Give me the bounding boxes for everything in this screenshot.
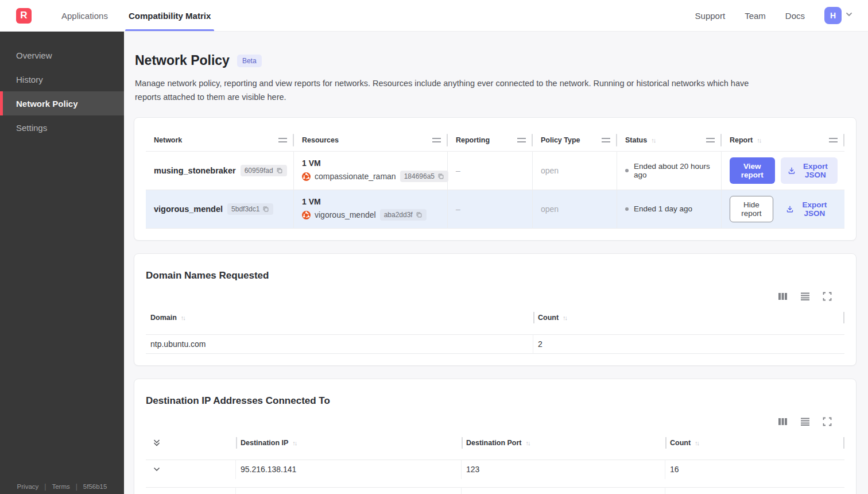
column-label: Destination IP [241, 439, 288, 447]
build-hash: 5f56b15 [83, 483, 107, 490]
status-dot-icon [625, 207, 629, 211]
column-menu-icon[interactable] [517, 138, 526, 142]
sort-icon[interactable]: ↑↓ [181, 314, 185, 321]
ubuntu-icon [302, 172, 311, 181]
vm-hash: 184696a5 [404, 172, 435, 180]
columns-icon[interactable] [778, 417, 788, 426]
column-label: Policy Type [541, 136, 580, 144]
column-header-destination-ip: Destination IP ↑↓ [236, 434, 462, 451]
column-label: Domain [150, 314, 177, 322]
destinations-table-header: Destination IP ↑↓ Destination Port ↑↓ Co… [146, 434, 844, 451]
count-cell: 16 [665, 460, 844, 479]
sidebar-item-settings[interactable]: Settings [0, 115, 124, 140]
table-toolbar [146, 417, 844, 426]
link-support[interactable]: Support [695, 11, 726, 21]
column-menu-icon[interactable] [602, 138, 610, 142]
network-cell: musing_stonebraker 60959fad [146, 152, 294, 190]
domains-table-header: Domain ↑↓ Count ↑↓ [146, 309, 844, 326]
expand-all-icon[interactable] [150, 438, 161, 447]
network-row[interactable]: musing_stonebraker 60959fad 1 VM [146, 151, 844, 190]
tab-compatibility-matrix[interactable]: Compatibility Matrix [118, 0, 221, 31]
sort-icon[interactable]: ↑↓ [757, 137, 761, 144]
rows-density-icon[interactable] [800, 292, 810, 301]
export-label: Export JSON [799, 200, 831, 218]
networks-table-header: Network Resources Reporting Policy Type … [146, 129, 844, 151]
networks-table-card: Network Resources Reporting Policy Type … [134, 117, 857, 241]
footer-divider: | [44, 483, 46, 491]
sort-icon[interactable]: ↑↓ [563, 314, 567, 321]
copy-icon[interactable] [276, 167, 283, 174]
vm-hash-pill: aba2dd3f [380, 209, 427, 221]
fullscreen-icon[interactable] [823, 292, 832, 301]
rows-density-icon[interactable] [800, 417, 810, 426]
download-icon [786, 205, 794, 213]
copy-icon[interactable] [262, 206, 269, 213]
destination-ips-card: Destination IP Addresses Connected To [134, 379, 857, 494]
brand-logo[interactable]: R [16, 8, 32, 24]
page-title: Network Policy [135, 53, 230, 68]
sidebar-item-overview[interactable]: Overview [0, 43, 124, 67]
link-docs[interactable]: Docs [785, 11, 805, 21]
terms-link[interactable]: Terms [52, 483, 69, 490]
download-icon [788, 167, 796, 175]
card-title: Destination IP Addresses Connected To [146, 391, 844, 407]
column-menu-icon[interactable] [278, 138, 287, 142]
resources-cell: 1 VM vigorous_mendel aba2dd3f [294, 190, 448, 228]
column-menu-icon[interactable] [829, 138, 838, 142]
sort-icon[interactable]: ↑↓ [695, 439, 699, 446]
column-label: Resources [302, 136, 339, 144]
domains-table-row[interactable]: ntp.ubuntu.com 2 [146, 334, 844, 354]
column-header-domain: Domain ↑↓ [146, 309, 533, 326]
export-label: Export JSON [800, 162, 831, 179]
fullscreen-icon[interactable] [823, 417, 832, 426]
view-report-button[interactable]: View report [730, 157, 775, 184]
export-json-button[interactable]: Export JSON [779, 196, 838, 222]
column-menu-icon[interactable] [706, 138, 715, 142]
top-tabs: Applications Compatibility Matrix [51, 0, 221, 31]
export-json-button[interactable]: Export JSON [781, 157, 838, 184]
sort-icon[interactable]: ↑↓ [292, 439, 296, 446]
network-hash-pill: 5bdf3dc1 [227, 203, 273, 215]
vm-name: compassionate_raman [315, 172, 396, 181]
destination-row[interactable]: 95.216.138.141 123 16 [146, 460, 844, 479]
column-label: Destination Port [466, 439, 522, 447]
destination-ip-cell: 95.216.138.141 [236, 460, 462, 479]
network-hash: 5bdf3dc1 [231, 205, 259, 213]
network-name: vigorous_mendel [154, 204, 223, 214]
sidebar-footer: Privacy | Terms | 5f56b15 [0, 483, 124, 491]
columns-icon[interactable] [778, 292, 788, 301]
tab-applications[interactable]: Applications [51, 0, 118, 31]
vm-count: 1 VM [302, 197, 321, 206]
link-team[interactable]: Team [745, 11, 766, 21]
domain-names-card: Domain Names Requested Domain ↑↓ [134, 253, 857, 366]
column-label: Reporting [456, 136, 490, 144]
hide-report-button[interactable]: Hide report [730, 196, 773, 222]
chevron-down-icon[interactable] [150, 465, 161, 473]
report-cell: Hide report Export JSON [722, 190, 844, 228]
network-hash-pill: 60959fad [241, 165, 287, 176]
copy-icon[interactable] [437, 173, 444, 180]
beta-badge: Beta [237, 55, 262, 67]
column-header-network: Network [146, 129, 294, 151]
column-header-reporting: Reporting [448, 129, 533, 151]
sidebar-item-network-policy[interactable]: Network Policy [0, 91, 124, 115]
destination-port-cell: 123 [462, 487, 665, 494]
sidebar-item-history[interactable]: History [0, 67, 124, 91]
domain-cell: ntp.ubuntu.com [146, 334, 533, 354]
destination-row[interactable]: 185.125.190.57 123 16 [146, 487, 844, 494]
copy-icon[interactable] [416, 211, 423, 218]
sort-icon[interactable]: ↑↓ [526, 439, 530, 446]
column-label: Count [670, 439, 691, 447]
chevron-down-icon [845, 10, 853, 21]
vm-hash-pill: 184696a5 [400, 171, 448, 182]
expand-all-header [146, 434, 236, 451]
main-content: Network Policy Beta Manage network polic… [124, 32, 868, 494]
avatar[interactable]: H [824, 7, 842, 24]
sort-icon[interactable]: ↑↓ [651, 137, 655, 144]
privacy-link[interactable]: Privacy [17, 483, 39, 490]
destination-port-cell: 123 [462, 460, 665, 479]
network-row[interactable]: vigorous_mendel 5bdf3dc1 1 VM [146, 190, 844, 229]
user-menu[interactable]: H [824, 7, 853, 24]
column-label: Network [154, 136, 182, 144]
column-menu-icon[interactable] [432, 138, 441, 142]
